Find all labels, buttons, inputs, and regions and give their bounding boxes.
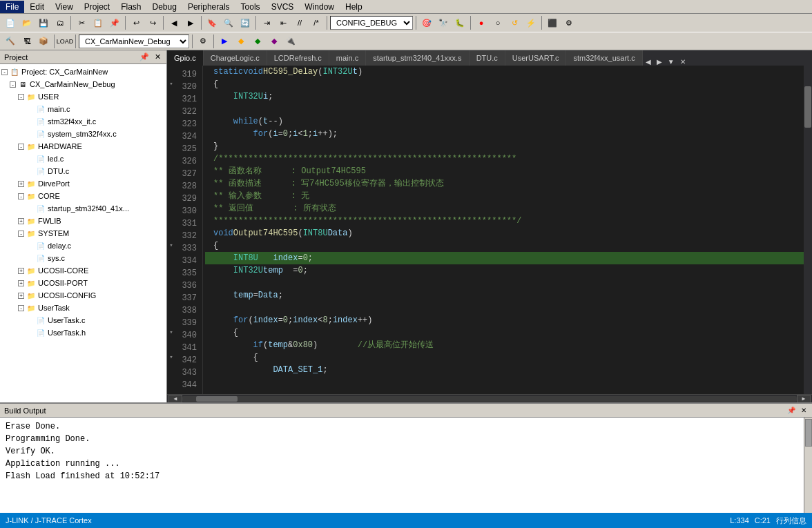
code-line-341[interactable]: if( temp & 0x80 ) //从最高位开始传送 (205, 339, 804, 351)
file-tab-main[interactable]: main.c (329, 50, 366, 66)
verify-btn[interactable]: ◆ (267, 34, 282, 49)
v-scrollbar[interactable] (804, 66, 812, 394)
undo-btn[interactable]: ↩ (128, 15, 144, 30)
panel-close-btn[interactable]: ✕ (153, 52, 162, 61)
tree-folder-ucosii-config[interactable]: + 📁 UCOSII-CONFIG (1, 289, 165, 302)
power-btn[interactable]: ⚡ (523, 15, 539, 30)
expand-core[interactable]: - (18, 193, 24, 199)
tab-list-btn[interactable]: ▼ (665, 58, 677, 66)
code-line-330[interactable]: ** 返回值 : 所有状态 (205, 202, 804, 215)
cut-btn[interactable]: ✂ (74, 15, 89, 30)
fold-333[interactable]: ▾ (167, 239, 175, 252)
fold-320[interactable]: ▾ (167, 78, 175, 90)
save-btn[interactable]: 💾 (36, 15, 51, 30)
code-line-329[interactable]: ** 输入参数 : 无 (205, 190, 804, 202)
tab-scroll-right[interactable]: ▶ (654, 58, 665, 66)
tab-close-all[interactable]: ✕ (677, 58, 688, 66)
code-line-337[interactable]: temp = Data; (205, 289, 804, 302)
indent-btn[interactable]: ⇥ (259, 15, 274, 30)
reset-btn[interactable]: ↺ (507, 15, 522, 30)
expand-ucosii-core[interactable]: + (18, 268, 24, 274)
expand-target[interactable]: - (10, 81, 16, 88)
menu-view[interactable]: View (50, 1, 79, 13)
menu-edit[interactable]: Edit (24, 1, 50, 13)
code-line-326[interactable]: /***************************************… (205, 153, 804, 165)
code-line-320[interactable]: { (205, 78, 804, 90)
unindent-btn[interactable]: ⇤ (276, 15, 291, 30)
file-tab-dtu[interactable]: DTU.c (470, 50, 505, 66)
menu-help[interactable]: Help (340, 1, 368, 13)
h-scroll-right[interactable]: ▶ (797, 395, 811, 403)
tree-folder-ucosii-core[interactable]: + 📁 UCOSII-CORE (1, 264, 165, 277)
run-btn[interactable]: ● (474, 15, 489, 30)
v-scrollbar-thumb[interactable] (804, 86, 811, 128)
open-btn[interactable]: 📂 (19, 15, 35, 30)
expand-root[interactable]: - (1, 69, 8, 75)
code-line-331[interactable]: ****************************************… (205, 215, 804, 227)
uncomment-btn[interactable]: /* (309, 15, 324, 30)
code-scroll-area[interactable]: static void HC595_Delay( INT32U t ){ INT… (205, 66, 804, 394)
tree-file-usertask-h[interactable]: 📄 UserTask.h (1, 326, 165, 339)
comment-btn[interactable]: // (292, 15, 307, 30)
panel-pin-btn[interactable]: 📌 (138, 52, 151, 61)
expand-hw[interactable]: - (18, 144, 24, 150)
menu-window[interactable]: Window (299, 1, 340, 13)
tree-file-delay[interactable]: 📄 delay.c (1, 239, 165, 252)
menu-file[interactable]: File (0, 1, 24, 13)
code-line-333[interactable]: { (205, 239, 804, 252)
file-tab-chargelogic[interactable]: ChargeLogic.c (204, 50, 267, 66)
find-btn[interactable]: 🔍 (221, 15, 236, 30)
code-line-336[interactable] (205, 277, 804, 289)
fold-342[interactable]: ▾ (167, 351, 175, 364)
tree-folder-user[interactable]: - 📁 USER (1, 90, 165, 103)
scope-btn[interactable]: 🔭 (436, 15, 451, 30)
back-btn[interactable]: ◀ (166, 15, 182, 30)
copy-btn[interactable]: 📋 (90, 15, 106, 30)
menu-project[interactable]: Project (79, 1, 115, 13)
tree-file-system[interactable]: 📄 system_stm32f4xx.c (1, 128, 165, 140)
code-line-338[interactable] (205, 302, 804, 314)
code-line-343[interactable]: DATA_SET_1; (205, 364, 804, 376)
erase-btn[interactable]: ◆ (233, 34, 249, 49)
batch-btn[interactable]: 📦 (36, 34, 51, 49)
code-line-322[interactable] (205, 103, 804, 115)
code-line-342[interactable]: { (205, 351, 804, 364)
tree-folder-ucosii-port[interactable]: + 📁 UCOSII-PORT (1, 277, 165, 289)
settings-btn[interactable]: ⚙ (561, 15, 577, 30)
menu-debug[interactable]: Debug (147, 1, 182, 13)
menu-flash[interactable]: Flash (115, 1, 146, 13)
expand-driveport[interactable]: + (18, 181, 24, 187)
file-tab-startup[interactable]: startup_stm32f40_41xxx.s (366, 50, 469, 66)
bookmark-btn[interactable]: 🔖 (204, 15, 220, 30)
build-close-btn[interactable]: ✕ (800, 407, 808, 414)
code-line-334[interactable]: INT8U index = 0; (205, 252, 804, 264)
target-btn[interactable]: 🎯 (419, 15, 434, 30)
file-tab-stm32usart[interactable]: stm32f4xx_usart.c (566, 50, 642, 66)
menu-svcs[interactable]: SVCS (266, 1, 300, 13)
expand-system[interactable]: - (18, 231, 24, 237)
fold-340[interactable]: ▾ (167, 326, 175, 339)
options-btn[interactable]: ⚙ (195, 34, 211, 49)
tree-file-dtu[interactable]: 📄 DTU.c (1, 165, 165, 177)
build-scroll-thumb[interactable] (805, 419, 812, 447)
fwd-btn[interactable]: ▶ (183, 15, 198, 30)
code-line-323[interactable]: while( t-- ) (205, 115, 804, 128)
code-line-328[interactable]: ** 函数描述 : 写74HC595移位寄存器，输出控制状态 (205, 177, 804, 190)
build-pin-btn[interactable]: 📌 (786, 407, 797, 414)
menu-tools[interactable]: Tools (235, 1, 266, 13)
tree-folder-system[interactable]: - 📁 SYSTEM (1, 227, 165, 239)
tree-file-usertask-c[interactable]: 📄 UserTask.c (1, 314, 165, 326)
config-selector[interactable]: CONFIG_DEBUG (330, 16, 413, 30)
expand-fwlib[interactable]: + (18, 218, 24, 224)
code-line-339[interactable]: for( index = 0; index < 8; index++ ) (205, 314, 804, 326)
file-tab-userusart[interactable]: UserUSART.c (505, 50, 567, 66)
program-btn[interactable]: ◆ (250, 34, 265, 49)
tree-file-startup[interactable]: 📄 startup_stm32f40_41x... (1, 202, 165, 215)
tree-file-stm32it[interactable]: 📄 stm32f4xx_it.c (1, 115, 165, 128)
expand-usertask[interactable]: - (18, 305, 24, 311)
debug-win-btn[interactable]: 🐛 (452, 15, 467, 30)
code-line-332[interactable]: void Output74HC595( INT8U Data ) (205, 227, 804, 239)
tree-folder-hw[interactable]: - 📁 HARDWARE (1, 140, 165, 153)
expand-ucosii-config[interactable]: + (18, 293, 24, 299)
redo-btn[interactable]: ↪ (145, 15, 160, 30)
